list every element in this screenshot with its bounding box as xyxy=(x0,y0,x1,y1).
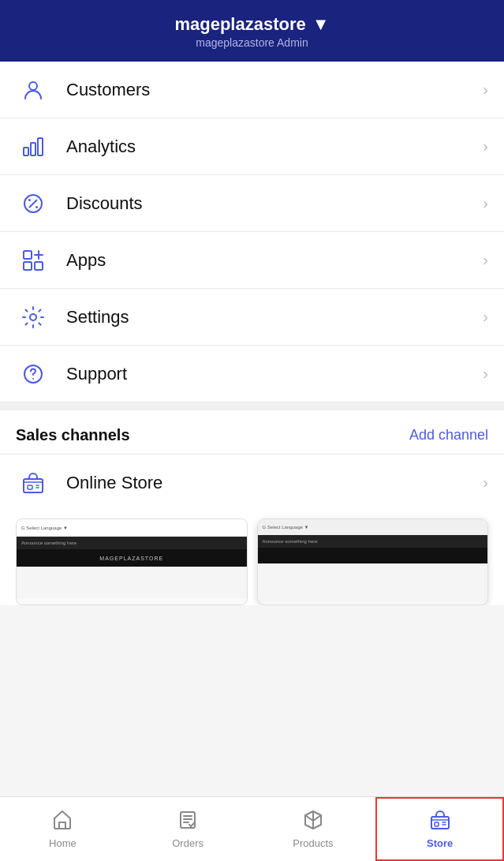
customers-chevron-icon: › xyxy=(483,80,488,99)
store-nav-icon xyxy=(429,809,451,834)
svg-rect-20 xyxy=(435,822,439,826)
customers-label: Customers xyxy=(66,80,483,100)
svg-rect-1 xyxy=(24,148,28,155)
svg-point-0 xyxy=(29,82,37,90)
online-store-item[interactable]: Online Store › xyxy=(0,454,504,511)
svg-rect-2 xyxy=(31,143,35,155)
svg-point-6 xyxy=(28,199,31,201)
discounts-label: Discounts xyxy=(66,193,483,214)
online-store-icon xyxy=(16,466,50,500)
store-name[interactable]: mageplazastore ▼ xyxy=(16,14,488,35)
admin-subtitle: mageplazastore Admin xyxy=(16,36,488,49)
nav-orders[interactable]: Orders xyxy=(125,797,251,861)
settings-label: Settings xyxy=(66,307,483,328)
sidebar-item-settings[interactable]: Settings › xyxy=(0,289,504,346)
preview-card-2: G Select Language ▼ Announce something h… xyxy=(257,518,489,605)
sales-channels-section: Sales channels Add channel xyxy=(0,410,504,454)
store-name-text: mageplazastore xyxy=(174,14,305,35)
preview-card-1: G Select Language ▼ Announce something h… xyxy=(16,518,248,605)
svg-point-15 xyxy=(32,378,34,380)
nav-home[interactable]: Home xyxy=(0,797,125,861)
svg-point-13 xyxy=(30,314,36,320)
discounts-icon xyxy=(16,186,50,221)
discounts-chevron-icon: › xyxy=(483,194,488,212)
orders-nav-label: Orders xyxy=(172,837,203,849)
sidebar-item-discounts[interactable]: Discounts › xyxy=(0,175,504,232)
analytics-icon xyxy=(16,129,50,164)
sidebar-item-support[interactable]: Support › xyxy=(0,346,504,402)
svg-rect-17 xyxy=(28,485,32,489)
home-nav-label: Home xyxy=(49,837,77,849)
analytics-label: Analytics xyxy=(66,137,483,157)
app-header: mageplazastore ▼ mageplazastore Admin xyxy=(0,0,504,62)
svg-point-7 xyxy=(35,206,38,208)
customer-icon xyxy=(16,73,50,107)
settings-chevron-icon: › xyxy=(483,308,488,326)
orders-icon xyxy=(177,809,199,834)
apps-label: Apps xyxy=(66,250,483,271)
apps-chevron-icon: › xyxy=(483,251,488,269)
store-nav-label: Store xyxy=(427,837,453,849)
products-icon xyxy=(302,809,324,834)
bottom-navigation: Home Orders Products xyxy=(0,796,504,861)
products-nav-label: Products xyxy=(293,837,333,849)
add-channel-button[interactable]: Add channel xyxy=(409,427,488,444)
svg-rect-9 xyxy=(24,262,32,270)
svg-rect-10 xyxy=(35,262,43,270)
sales-channels-title: Sales channels xyxy=(16,426,130,444)
home-icon xyxy=(51,809,73,834)
dropdown-chevron-icon: ▼ xyxy=(312,14,330,35)
online-store-label: Online Store xyxy=(66,473,483,493)
svg-rect-16 xyxy=(24,479,43,492)
store-preview-area: G Select Language ▼ Announce something h… xyxy=(0,511,504,605)
support-chevron-icon: › xyxy=(483,365,488,383)
svg-rect-3 xyxy=(38,138,43,155)
online-store-chevron-icon: › xyxy=(483,474,488,492)
support-label: Support xyxy=(66,364,483,384)
svg-rect-8 xyxy=(24,251,32,259)
apps-icon xyxy=(16,243,50,278)
sidebar-item-customers[interactable]: Customers › xyxy=(0,62,504,118)
nav-store[interactable]: Store xyxy=(375,797,504,861)
settings-icon xyxy=(16,300,50,335)
main-menu: Customers › Analytics › Discounts › xyxy=(0,62,504,402)
section-divider xyxy=(0,402,504,410)
sidebar-item-analytics[interactable]: Analytics › xyxy=(0,118,504,175)
nav-products[interactable]: Products xyxy=(251,797,376,861)
analytics-chevron-icon: › xyxy=(483,137,488,155)
sidebar-item-apps[interactable]: Apps › xyxy=(0,232,504,289)
support-icon xyxy=(16,357,50,391)
